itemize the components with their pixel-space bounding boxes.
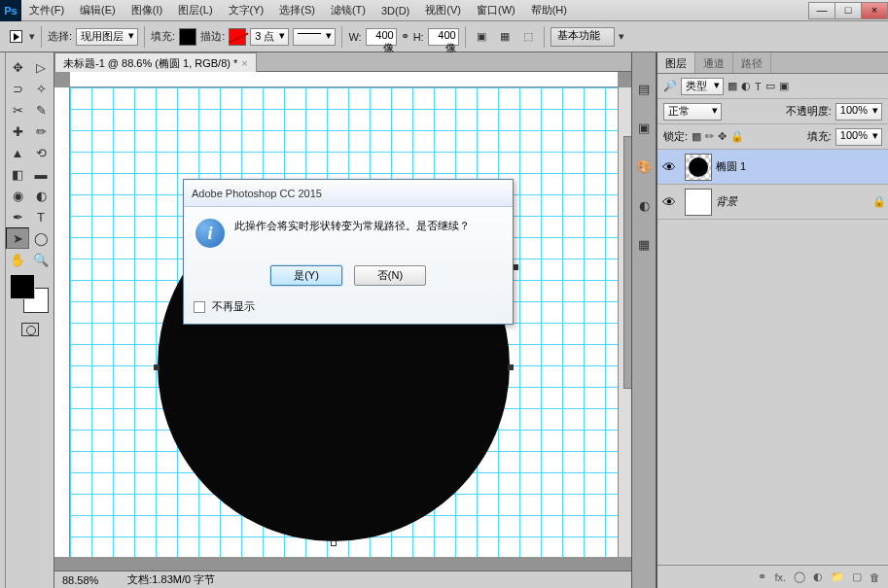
stroke-width-input[interactable]: 3 点 xyxy=(250,28,289,46)
zoom-tool[interactable]: 🔍 xyxy=(29,249,53,270)
menu-filter[interactable]: 滤镜(T) xyxy=(323,3,373,17)
scrollbar-thumb[interactable] xyxy=(623,136,631,389)
history-brush-tool[interactable]: ⟲ xyxy=(29,142,53,163)
filter-smart-icon[interactable]: ▣ xyxy=(779,80,789,92)
styles-panel-icon[interactable]: ▦ xyxy=(635,237,653,255)
paths-tab[interactable]: 路径 xyxy=(733,52,771,73)
delete-layer-button[interactable]: 🗑 xyxy=(870,571,880,583)
layer-row[interactable]: 👁 椭圆 1 xyxy=(657,150,888,185)
fx-button[interactable]: fx. xyxy=(774,571,786,583)
adjustment-button[interactable]: ◐ xyxy=(813,571,823,583)
menu-view[interactable]: 视图(V) xyxy=(417,3,469,17)
doc-tab[interactable]: 未标题-1 @ 88.6% (椭圆 1, RGB/8) * × xyxy=(54,52,257,72)
fill-opacity-input[interactable]: 100% xyxy=(835,128,882,146)
menu-help[interactable]: 帮助(H) xyxy=(523,3,575,17)
mask-button[interactable]: ◯ xyxy=(794,571,805,583)
anchor-point[interactable] xyxy=(508,364,514,370)
filter-shape-icon[interactable]: ▭ xyxy=(765,80,775,92)
channels-tab[interactable]: 通道 xyxy=(695,52,733,73)
menu-window[interactable]: 窗口(W) xyxy=(469,3,523,17)
direct-select-tool[interactable]: ▷ xyxy=(29,56,53,78)
yes-button[interactable]: 是(Y) xyxy=(270,265,342,286)
select-layer-dropdown[interactable]: 现用图层 xyxy=(76,28,138,46)
close-tab-button[interactable]: × xyxy=(241,53,247,73)
move-tool[interactable]: ✥ xyxy=(6,56,29,78)
gradient-tool[interactable]: ▬ xyxy=(29,163,53,185)
lock-pixels-icon[interactable]: ✏ xyxy=(705,130,714,143)
filter-type-dropdown[interactable]: 类型 xyxy=(681,78,724,95)
pen-tool[interactable]: ✒ xyxy=(6,206,29,227)
visibility-toggle[interactable]: 👁 xyxy=(657,159,681,175)
menu-image[interactable]: 图像(I) xyxy=(124,3,170,17)
properties-panel-icon[interactable]: ▣ xyxy=(635,121,653,138)
filter-adjust-icon[interactable]: ◐ xyxy=(741,80,751,92)
crop-tool[interactable]: ✂ xyxy=(6,99,29,121)
width-input[interactable]: 400 像 xyxy=(366,28,397,46)
path-selection-tool-icon[interactable] xyxy=(6,27,25,47)
color-swatches[interactable] xyxy=(10,274,49,313)
close-button[interactable]: × xyxy=(861,2,888,19)
filter-type2-icon[interactable]: T xyxy=(755,81,762,92)
layer-thumbnail[interactable] xyxy=(685,154,712,181)
lock-transparent-icon[interactable]: ▩ xyxy=(692,130,701,143)
blur-tool[interactable]: ◉ xyxy=(6,185,29,206)
zoom-level[interactable]: 88.58% xyxy=(62,574,98,586)
minimize-button[interactable]: — xyxy=(808,2,835,19)
menu-type[interactable]: 文字(Y) xyxy=(221,3,272,17)
anchor-point[interactable] xyxy=(154,364,160,370)
hand-tool[interactable]: ✋ xyxy=(6,249,29,270)
clone-stamp-tool[interactable]: ▲ xyxy=(6,142,29,163)
dodge-tool[interactable]: ◐ xyxy=(29,185,53,206)
path-ops-icon[interactable]: ▣ xyxy=(472,27,491,47)
height-input[interactable]: 400 像 xyxy=(428,28,459,46)
stroke-type-dropdown[interactable] xyxy=(293,28,336,46)
filter-pixel-icon[interactable]: ▩ xyxy=(728,80,737,92)
eyedropper-tool[interactable]: ✎ xyxy=(29,99,53,121)
adjustments-panel-icon[interactable]: ◐ xyxy=(635,198,653,216)
link-wh-icon[interactable]: ⚭ xyxy=(401,30,409,43)
path-selection-tool[interactable]: ➤ xyxy=(6,227,29,249)
layer-thumbnail[interactable] xyxy=(685,189,712,216)
type-tool[interactable]: T xyxy=(29,206,53,227)
anchor-point[interactable] xyxy=(331,540,337,546)
workspace-options-icon[interactable]: ▾ xyxy=(619,30,624,43)
lasso-tool[interactable]: ⊃ xyxy=(6,78,29,99)
menu-layer[interactable]: 图层(L) xyxy=(170,3,220,17)
layers-tab[interactable]: 图层 xyxy=(657,52,695,73)
fill-swatch[interactable] xyxy=(179,28,196,46)
opacity-input[interactable]: 100% xyxy=(835,103,882,121)
healing-brush-tool[interactable]: ✚ xyxy=(6,121,29,142)
link-layers-icon[interactable]: ⚭ xyxy=(758,571,766,583)
swatches-panel-icon[interactable]: 🎨 xyxy=(635,159,653,177)
fg-color[interactable] xyxy=(10,274,35,299)
dont-show-checkbox[interactable] xyxy=(194,301,205,313)
menu-file[interactable]: 文件(F) xyxy=(21,3,72,17)
menu-edit[interactable]: 编辑(E) xyxy=(72,3,124,17)
ellipse-tool[interactable]: ◯ xyxy=(29,227,53,249)
group-button[interactable]: 📁 xyxy=(831,571,844,583)
stroke-swatch[interactable] xyxy=(229,28,246,46)
layer-row[interactable]: 👁 背景 🔒 xyxy=(657,185,888,220)
workspace-dropdown[interactable]: 基本功能 xyxy=(551,27,615,47)
align-icon[interactable]: ▦ xyxy=(495,27,515,47)
brush-tool[interactable]: ✏ xyxy=(29,121,53,142)
new-layer-button[interactable]: ▢ xyxy=(852,571,862,583)
visibility-toggle[interactable]: 👁 xyxy=(657,194,681,210)
eraser-tool[interactable]: ◧ xyxy=(6,163,29,185)
lock-position-icon[interactable]: ✥ xyxy=(718,130,727,143)
history-panel-icon[interactable]: ▤ xyxy=(635,82,653,99)
dropdown-icon[interactable]: ▾ xyxy=(29,30,35,43)
blend-mode-dropdown[interactable]: 正常 xyxy=(663,103,722,121)
layer-name[interactable]: 背景 xyxy=(716,194,872,209)
menu-3d[interactable]: 3D(D) xyxy=(373,5,417,17)
menu-select[interactable]: 选择(S) xyxy=(271,3,323,17)
layer-name[interactable]: 椭圆 1 xyxy=(716,159,888,174)
magic-wand-tool[interactable]: ✧ xyxy=(29,78,53,99)
lock-all-icon[interactable]: 🔒 xyxy=(730,130,744,143)
arrange-icon[interactable]: ⬚ xyxy=(518,27,538,47)
filter-type-icon[interactable]: 🔎 xyxy=(663,80,677,92)
maximize-button[interactable]: □ xyxy=(835,2,862,19)
quick-mask-button[interactable] xyxy=(21,323,39,336)
vertical-scrollbar[interactable] xyxy=(618,87,631,557)
no-button[interactable]: 否(N) xyxy=(354,265,426,286)
